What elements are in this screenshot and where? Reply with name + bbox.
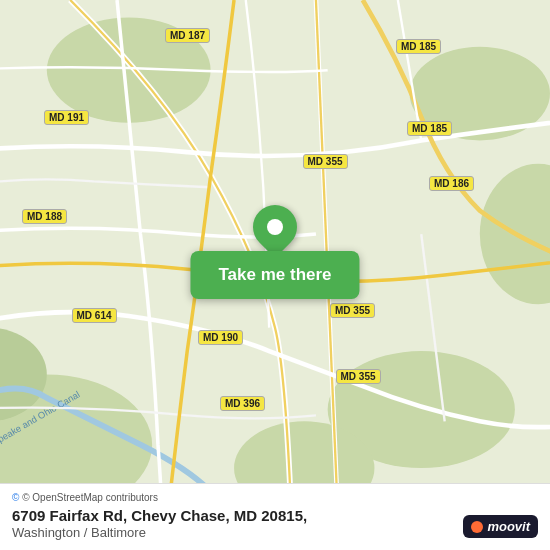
road-badge-md190: MD 190: [198, 330, 243, 345]
map-container: Chesapeake and Ohio Canal MD 187 MD 185 …: [0, 0, 550, 550]
moovit-dot-icon: [471, 521, 483, 533]
moovit-brand-text: moovit: [487, 519, 530, 534]
attribution-text: © OpenStreetMap contributors: [22, 492, 158, 503]
road-badge-md186: MD 186: [429, 176, 474, 191]
road-badge-md355a: MD 355: [303, 154, 348, 169]
address-line1: 6709 Fairfax Rd, Chevy Chase, MD 20815,: [12, 507, 307, 524]
pin-dot: [267, 219, 283, 235]
road-badge-md188: MD 188: [22, 209, 67, 224]
road-badge-md191: MD 191: [44, 110, 89, 125]
pin-shape: [244, 196, 306, 258]
take-me-there-button[interactable]: Take me there: [190, 251, 359, 299]
road-badge-md185a: MD 185: [396, 39, 441, 54]
road-badge-md396: MD 396: [220, 396, 265, 411]
map-pin: [253, 205, 297, 249]
road-badge-md355c: MD 355: [336, 369, 381, 384]
info-bar: © © OpenStreetMap contributors 6709 Fair…: [0, 483, 550, 550]
address-line2: Washington / Baltimore: [12, 525, 307, 540]
road-badge-md185b: MD 185: [407, 121, 452, 136]
moovit-logo: moovit: [463, 515, 538, 538]
road-badge-md355b: MD 355: [330, 303, 375, 318]
road-badge-md614: MD 614: [72, 308, 117, 323]
attribution: © © OpenStreetMap contributors: [12, 492, 538, 503]
moovit-logo-box: moovit: [463, 515, 538, 538]
osm-icon: ©: [12, 492, 19, 503]
road-badge-md187: MD 187: [165, 28, 210, 43]
